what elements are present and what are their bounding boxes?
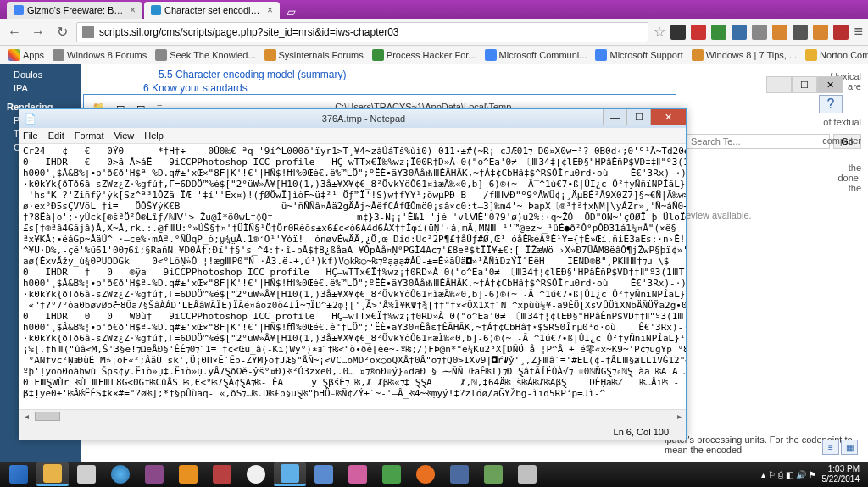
site-icon [155,49,167,61]
new-tab-button[interactable]: ▱ [281,5,301,19]
extension-icon[interactable] [752,25,767,40]
tab-strip: Gizmo's Freeware: Browse × Character set… [0,0,868,19]
icons-view-icon[interactable]: ▦ [841,440,858,455]
close-icon[interactable]: × [267,4,273,16]
minimize-button[interactable]: — [766,76,792,93]
details-view-icon[interactable]: ≡ [822,440,839,455]
app-icon [450,465,469,484]
text-fragment: the [663,163,861,173]
tab-title: Character set encoding ba [164,5,264,15]
toc-link[interactable]: 6 Know your standards [97,81,639,95]
toc-link[interactable]: 5.5 Character encoding model (summary) [97,68,639,81]
scrollbar-thumb[interactable] [35,412,60,421]
extension-icon[interactable] [711,25,726,40]
bookmark-item[interactable]: Seek The Knowled... [152,47,259,63]
apps-button[interactable]: Apps [5,47,47,63]
taskbar-item[interactable] [36,462,69,486]
extension-icon[interactable] [813,25,828,40]
taskbar-item[interactable] [104,462,136,486]
nav-item[interactable]: IPA [0,81,81,95]
taskbar-item[interactable] [274,462,306,486]
chrome-icon [247,465,265,484]
scroll-right-arrow[interactable]: ▸ [672,410,686,423]
extension-icon[interactable] [670,25,686,40]
close-icon[interactable]: × [130,4,136,16]
bookmark-item[interactable]: Norton Community ... [802,47,868,63]
chrome-menu-icon[interactable]: ≡ [854,23,863,41]
view-switcher: ≡ ▦ [822,440,858,455]
tray-icon[interactable]: ⎙ [778,470,783,479]
minimize-button[interactable]: — [603,109,626,125]
forward-button[interactable]: → [29,23,47,42]
horizontal-scrollbar[interactable]: ◂ ▸ [19,409,686,423]
show-hidden-icon[interactable]: ▴ [761,470,765,479]
volume-icon[interactable]: 🔊 [796,470,806,479]
bookmark-item[interactable]: Microsoft Support [592,47,686,63]
maximize-button[interactable]: ☐ [626,109,650,125]
start-button[interactable] [3,462,35,486]
tray-icon[interactable]: ⚐ [768,470,776,479]
bookmark-item[interactable]: Microsoft Communi... [481,47,591,63]
extension-icon[interactable] [772,25,787,40]
taskbar-item[interactable] [511,462,543,486]
taskbar-item[interactable] [376,462,408,486]
site-icon [264,49,276,61]
taskbar-item[interactable] [240,462,272,486]
bookmark-item[interactable]: Sysinternals Forums [261,47,367,63]
date: 5/22/2014 [822,474,860,484]
browser-tab[interactable]: Gizmo's Freeware: Browse × [7,2,142,19]
window-title: 376A.tmp - Notepad [42,113,686,124]
network-icon[interactable]: ◧ [786,470,793,479]
extension-icon[interactable] [691,25,706,40]
extension-icon[interactable] [732,25,747,40]
menu-file[interactable]: File [23,130,38,141]
menu-help[interactable]: Help [144,130,164,141]
notepad-icon [281,464,299,483]
back-button[interactable]: ← [5,23,24,42]
site-icon [372,49,384,61]
right-pane: f lexical are of textual 🔍 ▾ Go computer… [656,64,868,487]
taskbar-item[interactable] [409,462,442,486]
app-icon [77,465,96,484]
reload-button[interactable]: ↻ [53,23,71,42]
notepad-menu: File Edit Format View Help [19,128,686,144]
taskbar-item[interactable] [70,462,103,486]
taskbar-item[interactable] [308,462,340,486]
bookmarks-bar: Apps Windows 8 Forums Seek The Knowled..… [0,46,868,64]
notepad-text-area[interactable]: Cr24 ¢ € 0Ý0 *†H†÷ 0Û0‰€ ªq '9í^L000õ'ïy… [19,144,686,409]
taskbar-item[interactable] [172,462,204,486]
extension-icon[interactable] [793,25,808,40]
taskbar-item[interactable] [443,462,476,486]
close-button[interactable]: ✕ [817,76,843,93]
help-icon[interactable]: ? [819,95,843,113]
notepad-titlebar[interactable]: 📄 376A.tmp - Notepad — ☐ ✕ [19,109,686,128]
search-input[interactable] [687,134,830,149]
ie-icon [9,465,28,484]
menu-view[interactable]: View [114,130,135,141]
address-bar[interactable]: scripts.sil.org/cms/scripts/page.php?sit… [76,22,648,42]
site-icon [805,49,817,61]
taskbar-item[interactable] [342,462,374,486]
close-button[interactable]: ✕ [650,109,686,125]
menu-format[interactable]: Format [75,130,104,141]
preview-text: No preview available. [663,210,861,220]
browser-tab-active[interactable]: Character set encoding ba × [144,2,280,19]
extension-icon[interactable] [833,25,849,40]
scroll-left-arrow[interactable]: ◂ [19,410,33,423]
bookmark-item[interactable]: Process Hacker For... [369,47,480,63]
maximize-button[interactable]: ☐ [792,76,817,93]
bookmark-star-icon[interactable]: ☆ [654,24,665,40]
taskbar-item[interactable] [206,462,238,486]
favicon [14,5,24,15]
site-icon [692,49,704,61]
cursor-position: Ln 6, Col 100 [614,427,669,437]
notepad-statusbar: Ln 6, Col 100 [19,423,686,440]
bookmark-item[interactable]: Windows 8 | 7 Tips, ... [688,47,800,63]
taskbar-item[interactable] [138,462,170,486]
bookmark-item[interactable]: Windows 8 Forums [49,47,150,63]
flag-icon[interactable]: ⚑ [809,470,816,479]
taskbar-item[interactable] [477,462,509,486]
menu-edit[interactable]: Edit [48,130,64,141]
clock[interactable]: 1:03 PM 5/22/2014 [819,464,864,484]
nav-item[interactable]: Doulos [0,68,81,81]
